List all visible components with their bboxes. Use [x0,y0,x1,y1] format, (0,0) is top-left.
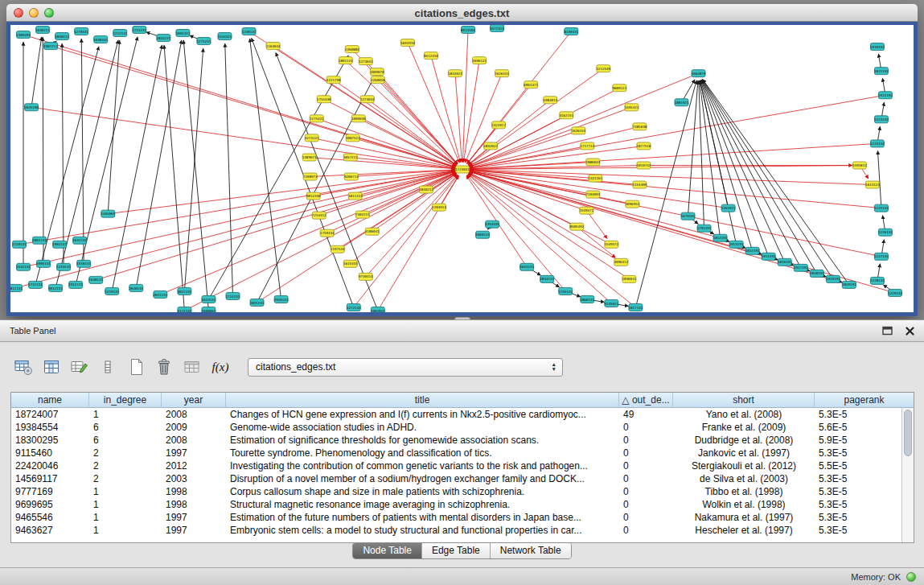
graph-node[interactable]: 1811223 [348,192,363,200]
table-row[interactable]: 977716911998Corpus callosum shape and si… [11,485,901,498]
graph-node[interactable]: 1226132 [878,229,893,236]
network-graph-canvas[interactable]: 1724041180112412217981755430127542142751… [10,25,914,312]
graph-node[interactable]: 9730414 [359,273,373,280]
graph-node[interactable]: 1825131 [250,299,265,306]
graph-node[interactable]: 1817131 [629,303,643,311]
float-panel-icon[interactable] [881,324,893,337]
graph-node[interactable]: 1212549 [596,65,610,72]
graph-node[interactable]: 2260885 [345,46,359,53]
graph-node[interactable]: 1265065 [101,210,115,217]
graph-node[interactable]: 3096951 [626,200,640,208]
graph-node[interactable]: 1742131 [28,281,43,288]
table-row[interactable]: 911546021997Tourette syndrome. Phenomeno… [11,447,901,459]
graph-node[interactable]: 1212131 [113,30,127,37]
graph-node[interactable]: 1227132 [874,253,889,260]
table-row[interactable]: 969969511998Structural magnetic resonanc… [11,498,901,511]
graph-node[interactable]: 1531131 [16,263,31,270]
graph-node[interactable]: 1215531 [56,263,71,270]
graph-node[interactable]: 3096312 [614,258,629,266]
graph-node[interactable]: 1626153 [571,127,585,134]
graph-node[interactable]: 1632131 [72,237,87,244]
graph-node[interactable]: 9012131 [48,284,63,291]
graph-node[interactable]: 1907211 [43,43,58,50]
graph-node[interactable]: 1275421 [310,115,324,122]
graph-node[interactable]: 1759434 [320,229,335,237]
graph-node[interactable]: 1010742 [637,162,651,169]
graph-node[interactable]: 1816191 [778,258,792,266]
graph-node[interactable]: 1844131 [540,275,554,282]
graph-node[interactable]: 1549571 [579,207,593,214]
graph-node[interactable]: 1902131 [52,241,67,248]
table-row[interactable]: 1456911722003Disruption of a novel membe… [11,472,901,485]
graph-node[interactable]: 1110131 [12,241,27,248]
table-row[interactable]: 1830029562008Estimation of significance … [11,434,901,447]
graph-node[interactable]: 1604513 [475,231,490,238]
graph-node[interactable]: 1225132 [874,204,889,212]
graph-node[interactable]: 3057211 [343,154,358,161]
table-row[interactable]: 946362711997Embryonic stem cells: a mode… [11,524,901,537]
graph-node[interactable]: 1664879 [692,70,706,77]
graph-node[interactable]: 1615343 [343,260,358,267]
graph-node[interactable]: 1009070 [370,68,384,76]
graph-node[interactable]: 1755131 [558,287,573,295]
graph-node[interactable]: 1818191 [810,270,824,277]
graph-node[interactable]: 9812340 [306,192,321,200]
graph-node[interactable]: 1791191 [697,225,712,232]
column-header-name[interactable]: name [11,393,89,407]
graph-node[interactable]: 1219131 [105,287,119,295]
graph-node[interactable]: 1230131 [242,28,257,35]
graph-node[interactable]: 8512310 [424,52,438,60]
graph-node[interactable]: 5623131 [202,295,216,303]
graph-node[interactable]: 1877510 [637,142,651,150]
graph-node[interactable]: 7254412 [312,212,326,219]
graph-node[interactable]: 1273034 [360,96,375,103]
tab-network-table[interactable]: Network Table [490,543,571,558]
graph-node[interactable]: 1832022 [483,142,498,150]
close-panel-icon[interactable] [903,324,916,337]
graph-node[interactable]: 1922192 [878,92,893,99]
graph-node[interactable]: 3087511 [346,134,360,142]
graph-node[interactable]: 3186041 [365,228,380,235]
column-header-out_de[interactable]: △ out_de... [619,393,673,407]
graph-node[interactable]: 1755430 [317,96,331,103]
delete-table-button[interactable] [154,356,175,377]
graph-node[interactable]: 1913191 [729,241,744,248]
graph-node[interactable]: 1724041 [455,166,470,173]
table-row[interactable]: 1938455462009Genome-wide association stu… [11,421,901,434]
graph-node[interactable]: 1910192 [870,43,885,51]
graph-node[interactable]: 1536131 [76,260,91,267]
graph-node[interactable]: 2260058 [371,76,385,84]
window-titlebar[interactable]: citations_edges.txt [6,4,918,22]
graph-node[interactable]: 1812131 [10,284,23,291]
graph-node[interactable]: 1724131 [226,292,240,299]
rows-button[interactable] [97,356,118,377]
graph-node[interactable]: 2620131 [129,284,143,291]
graph-node[interactable]: 1163044 [266,43,281,50]
graph-node[interactable]: 1866131 [580,295,594,303]
graph-node[interactable]: 1801131 [32,237,47,244]
show-columns-button[interactable] [41,356,62,377]
graph-node[interactable]: 1272131 [347,303,361,311]
graph-node[interactable]: 1643123 [865,181,880,188]
graph-node[interactable]: 1694910 [400,39,415,47]
graph-node[interactable]: 1534321 [218,33,232,40]
graph-node[interactable]: 1696121 [472,57,487,64]
graph-node[interactable]: 1595812 [852,162,867,169]
create-table-button[interactable] [125,356,146,377]
close-window-button[interactable] [14,8,23,18]
graph-node[interactable]: 8513104 [461,27,475,34]
graph-node[interactable]: 1221798 [326,76,341,84]
zoom-window-button[interactable] [44,8,54,18]
graph-node[interactable]: 1389071 [302,154,317,161]
graph-node[interactable]: 1309491 [16,31,31,39]
graph-node[interactable]: 1229132 [888,289,902,296]
graph-node[interactable]: 1832021 [448,70,462,77]
graph-node[interactable]: 1094311 [176,30,191,37]
graph-node[interactable]: 5905131 [36,260,51,267]
graph-node[interactable]: 9206713 [344,173,359,180]
function-builder-button[interactable]: f(x) [210,356,231,377]
column-header-year[interactable]: year [162,393,226,407]
graph-node[interactable]: 3022131 [178,287,192,295]
column-header-title[interactable]: title [226,393,619,407]
graph-node[interactable]: 1717714 [580,142,594,150]
